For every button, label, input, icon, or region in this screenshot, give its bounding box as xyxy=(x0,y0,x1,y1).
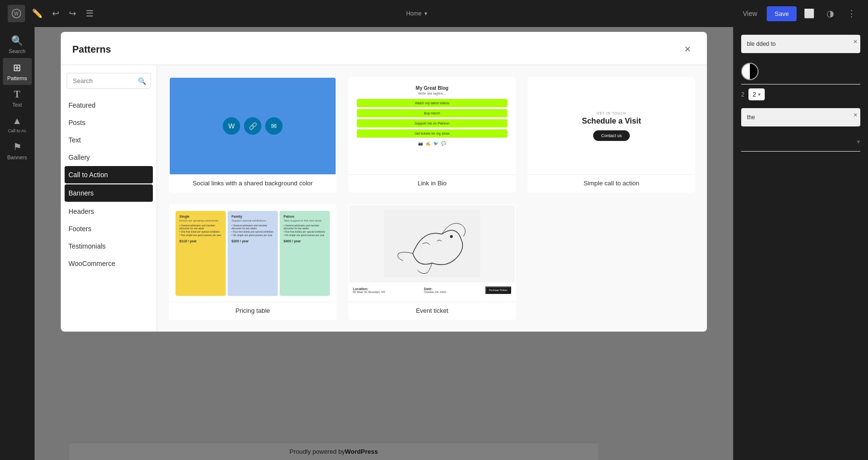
link-social-icon: 🔗 xyxy=(244,117,261,135)
lib-btn-4: Get tickets for my show xyxy=(357,129,507,138)
right-panel: × ble dded to 2 2 ▾ × the Typography xyxy=(733,27,868,159)
search-input-wrap: 🔍 xyxy=(67,73,151,89)
typography-accordion[interactable]: Typography ▾ xyxy=(741,132,860,152)
event-preview: Location: 82 Main St, Brooklyn, NY Date:… xyxy=(349,205,515,302)
nav-item-text[interactable]: Text xyxy=(61,131,157,149)
spinner-label: 2 xyxy=(741,91,745,98)
chevron-down-icon: ▾ xyxy=(857,138,860,145)
sidebar-item-label: Patterns xyxy=(7,75,27,81)
top-toolbar: W ✏️ ↩ ↪ ☰ Home ▾ View Save ⬜ ◑ ⋮ xyxy=(0,0,868,27)
email-social-icon: ✉ xyxy=(265,117,283,135)
save-button[interactable]: Save xyxy=(767,6,797,21)
nav-item-testimonials[interactable]: Testimonials xyxy=(61,237,157,255)
pattern-label-linkinbio: Link in Bio xyxy=(349,175,515,192)
twitter-icon: 🐦 xyxy=(434,141,438,146)
accordion-title: Typography xyxy=(741,138,774,145)
patterns-modal: Patterns × 🔍 Featured Posts Text Gallery xyxy=(61,32,707,332)
pattern-label-event: Event ticket xyxy=(349,302,515,319)
lib-subtitle: Write site tagline... xyxy=(357,92,507,95)
pattern-preview-event: Location: 82 Main St, Brooklyn, NY Date:… xyxy=(349,205,515,302)
pattern-card-pricing[interactable]: Single Enrich our growing community. • G… xyxy=(169,204,337,320)
pattern-preview-cta: GET IN TOUCH Schedule a Visit Contact us xyxy=(529,78,694,175)
sidebar-item-text[interactable]: T Text xyxy=(3,85,32,112)
right-panel-notification-1: × ble dded to xyxy=(741,35,860,53)
toolbar-center: Home ▾ xyxy=(406,10,427,17)
wordpress-icon: W xyxy=(12,9,21,18)
chevron-down-icon: ▾ xyxy=(758,92,760,97)
event-date-text: Date: October 24, 2021 xyxy=(424,287,446,293)
modal-body: 🔍 Featured Posts Text Gallery Call to Ac… xyxy=(61,65,707,332)
nav-item-woocommerce[interactable]: WooCommerce xyxy=(61,255,157,272)
notification-1-close[interactable]: × xyxy=(854,38,857,45)
cta-contact-button[interactable]: Contact us xyxy=(593,130,629,141)
social-links-preview: W 🔗 ✉ xyxy=(170,78,336,174)
list-view-button[interactable]: ☰ xyxy=(83,5,96,22)
sidebar-item-label: Call to Ac xyxy=(8,128,26,133)
pricing-patron: Patron Take support to the next level. •… xyxy=(280,211,330,296)
pattern-preview-pricing: Single Enrich our growing community. • G… xyxy=(170,205,336,302)
modal-header: Patterns × xyxy=(61,32,707,65)
wp-social-icon: W xyxy=(223,117,240,135)
notification-1-text: ble dded to xyxy=(747,41,854,47)
layout-toggle-button[interactable]: ⬜ xyxy=(800,5,818,22)
modal-title: Patterns xyxy=(72,44,111,55)
contrast-icon[interactable] xyxy=(741,63,759,80)
nav-item-banners[interactable]: Banners xyxy=(65,184,153,202)
pattern-card-social[interactable]: W 🔗 ✉ Social links with a shared backgro… xyxy=(169,77,337,193)
pattern-card-linkinbio[interactable]: My Great Blog Write site tagline... Watc… xyxy=(348,77,516,193)
pattern-label-cta: Simple call to action xyxy=(529,175,694,192)
nav-item-gallery[interactable]: Gallery xyxy=(61,149,157,166)
contrast-row xyxy=(741,59,860,84)
nav-item-posts[interactable]: Posts xyxy=(61,114,157,131)
appearance-button[interactable]: ◑ xyxy=(822,5,839,22)
pattern-preview-social: W 🔗 ✉ xyxy=(170,78,336,175)
event-location-text: Location: 82 Main St, Brooklyn, NY xyxy=(353,287,385,293)
more-options-button[interactable]: ⋮ xyxy=(843,5,860,22)
cta-eyebrow: GET IN TOUCH xyxy=(597,112,626,115)
nav-item-headers[interactable]: Headers xyxy=(61,203,157,220)
svg-point-3 xyxy=(450,235,453,238)
sidebar-item-cta[interactable]: ▲ Call to Ac xyxy=(3,112,32,137)
undo-button[interactable]: ↩ xyxy=(49,5,62,22)
pen-icon: ✍ xyxy=(426,141,431,146)
modal-content: W 🔗 ✉ Social links with a shared backgro… xyxy=(157,65,707,332)
nav-item-featured[interactable]: Featured xyxy=(61,97,157,114)
spinner-row: 2 2 ▾ xyxy=(741,88,860,100)
edit-button[interactable]: ✏️ xyxy=(29,5,45,22)
chat-icon: 💬 xyxy=(441,141,446,146)
wp-logo-button[interactable]: W xyxy=(8,5,25,22)
nav-item-footers[interactable]: Footers xyxy=(61,220,157,237)
patterns-grid: W 🔗 ✉ Social links with a shared backgro… xyxy=(169,77,695,320)
right-panel-notification-2: × the xyxy=(741,108,860,126)
lib-btn-1: Watch my latest videos xyxy=(357,99,507,107)
toolbar-right: View Save ⬜ ◑ ⋮ xyxy=(737,5,860,22)
search-icon: 🔍 xyxy=(11,35,23,46)
notification-2-close[interactable]: × xyxy=(854,111,857,119)
modal-close-button[interactable]: × xyxy=(680,42,695,57)
redo-button[interactable]: ↪ xyxy=(66,5,79,22)
modal-overlay: Patterns × 🔍 Featured Posts Text Gallery xyxy=(35,27,733,460)
view-button[interactable]: View xyxy=(737,6,763,21)
instagram-icon: 📷 xyxy=(418,141,423,146)
cta-preview: GET IN TOUCH Schedule a Visit Contact us xyxy=(529,78,694,174)
pricing-family: Family Support special exhibitions. • Ge… xyxy=(228,211,278,296)
page-title[interactable]: Home ▾ xyxy=(406,10,427,17)
pattern-card-event[interactable]: Location: 82 Main St, Brooklyn, NY Date:… xyxy=(348,204,516,320)
sidebar-item-label: Banners xyxy=(7,154,27,160)
pricing-single: Single Enrich our growing community. • G… xyxy=(176,211,226,296)
sidebar-item-search[interactable]: 🔍 Search xyxy=(3,31,32,58)
purchase-tickets-button[interactable]: Purchase Tickets xyxy=(485,286,511,294)
columns-dropdown[interactable]: 2 ▾ xyxy=(748,88,765,100)
banners-icon: ⚑ xyxy=(13,141,22,153)
cta-title: Schedule a Visit xyxy=(582,117,641,125)
pattern-card-cta[interactable]: GET IN TOUCH Schedule a Visit Contact us… xyxy=(528,77,695,193)
svg-rect-2 xyxy=(384,210,480,278)
pattern-preview-linkinbio: My Great Blog Write site tagline... Watc… xyxy=(349,78,515,175)
main-area: Proudly powered by WordPress Patterns × … xyxy=(35,27,733,460)
sidebar-item-patterns[interactable]: ⊞ Patterns xyxy=(3,58,32,85)
nav-item-cta[interactable]: Call to Action xyxy=(65,166,153,183)
lib-btn-2: Buy merch xyxy=(357,109,507,117)
sidebar-item-banners[interactable]: ⚑ Banners xyxy=(3,137,32,164)
patterns-icon: ⊞ xyxy=(13,62,21,73)
notification-2-text: the xyxy=(747,114,854,121)
